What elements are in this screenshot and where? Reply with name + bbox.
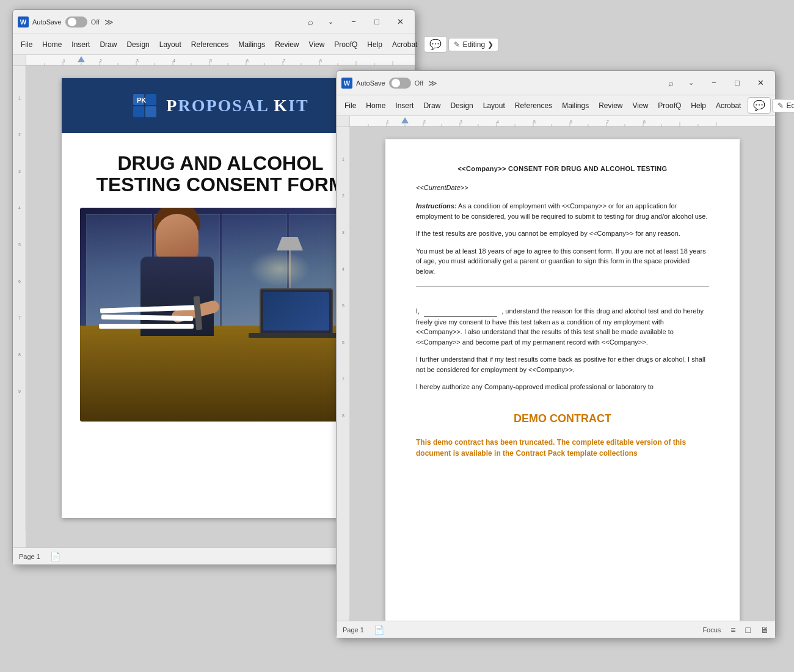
close-button-2[interactable]: ✕ (751, 75, 770, 92)
ribbon-expand-icon-1[interactable]: ⌄ (321, 13, 340, 31)
pencil-icon-2: ✎ (778, 101, 784, 110)
menu-acrobat-2[interactable]: Acrobat (712, 100, 745, 112)
content-doc-title: <<Company>> CONSENT FOR DRUG AND ALCOHOL… (416, 164, 709, 174)
menu-ref-2[interactable]: References (511, 100, 556, 112)
doc-area-2: 1 2 3 4 5 6 7 8 <<Company>> CONSENT FOR … (337, 127, 775, 621)
menu-file-2[interactable]: File (340, 100, 360, 112)
content-instructions: Instructions: As a condition of employme… (416, 201, 709, 221)
autosave-label-2: AutoSave (356, 79, 385, 87)
minimize-button-2[interactable]: − (704, 75, 724, 92)
editing-label-1: Editing (462, 40, 485, 49)
doc-scroll-2[interactable]: <<Company>> CONSENT FOR DRUG AND ALCOHOL… (350, 127, 775, 621)
comment-button-2[interactable]: 💬 (748, 97, 771, 114)
menu-help-1[interactable]: Help (363, 38, 387, 51)
menu-file-1[interactable]: File (16, 38, 37, 51)
svg-text:4: 4 (497, 120, 499, 124)
menu-insert-1[interactable]: Insert (67, 38, 94, 51)
minimize-button-1[interactable]: − (344, 13, 363, 31)
read-mode-icon-2[interactable]: ≡ (730, 625, 735, 635)
svg-text:5: 5 (342, 304, 344, 308)
ruler-1: 1 2 3 4 5 6 7 8 (13, 55, 415, 66)
content-para3: I further understand that if my test res… (416, 354, 709, 374)
menu-layout-2[interactable]: Layout (479, 100, 509, 112)
page-layout-icon-1[interactable]: 📄 (50, 552, 60, 561)
menu-help-2[interactable]: Help (687, 100, 710, 112)
focus-label-2[interactable]: Focus (702, 626, 721, 634)
menu-home-1[interactable]: Home (38, 38, 66, 51)
menu-design-1[interactable]: Design (122, 38, 153, 51)
content-consent: I, , understand the reason for this drug… (416, 306, 709, 347)
ribbon-expand-icon-2[interactable]: ⌄ (681, 75, 701, 92)
menu-proofq-2[interactable]: ProofQ (654, 100, 685, 112)
menu-draw-1[interactable]: Draw (95, 38, 121, 51)
word-icon-1: W (18, 16, 29, 27)
instructions-text: As a condition of employment with <<Comp… (416, 202, 708, 220)
autosave-toggle-1[interactable] (65, 16, 87, 27)
menu-layout-1[interactable]: Layout (155, 38, 186, 51)
close-button-1[interactable]: ✕ (390, 13, 410, 31)
svg-text:7: 7 (342, 377, 344, 381)
content-para4: I hereby authorize any Company-approved … (416, 382, 709, 392)
svg-text:1: 1 (342, 157, 344, 161)
maximize-button-2[interactable]: □ (727, 75, 747, 92)
svg-text:8: 8 (319, 59, 322, 63)
page-layout-icon-2[interactable]: 📄 (374, 625, 384, 635)
menu-ref-1[interactable]: References (187, 38, 233, 51)
status-bar-2: Page 1 📄 Focus ≡ □ 🖥 (337, 621, 775, 638)
svg-text:9: 9 (18, 389, 21, 393)
svg-text:4: 4 (342, 267, 344, 271)
svg-text:2: 2 (342, 194, 344, 198)
maximize-button-1[interactable]: □ (367, 13, 387, 31)
menu-acrobat-1[interactable]: Acrobat (388, 38, 421, 51)
svg-text:2: 2 (100, 59, 102, 63)
search-icon-1[interactable]: ⌕ (304, 10, 317, 34)
print-layout-icon-2[interactable]: □ (746, 625, 751, 635)
title-bar-2: W AutoSave Off ≫ ⌕ ⌄ − □ ✕ (337, 71, 775, 95)
menu-review-2[interactable]: Review (594, 100, 627, 112)
page-indicator-1: Page 1 (19, 553, 40, 560)
editing-button-1[interactable]: ✎ Editing ❯ (448, 38, 499, 51)
menu-insert-2[interactable]: Insert (391, 100, 418, 112)
menu-view-1[interactable]: View (305, 38, 329, 51)
menu-mail-2[interactable]: Mailings (558, 100, 593, 112)
brand-title: PROPOSAL KIT (166, 96, 308, 115)
editing-button-2[interactable]: ✎ Editing ❯ (772, 99, 794, 112)
svg-text:6: 6 (342, 340, 344, 345)
ruler-2: 1 2 3 4 5 6 7 8 (337, 116, 775, 127)
svg-text:2: 2 (18, 133, 21, 137)
page-indicator-2: Page 1 (343, 626, 364, 634)
menu-view-2[interactable]: View (628, 100, 653, 112)
menu-draw-2[interactable]: Draw (419, 100, 445, 112)
content-para2: You must be at least 18 years of age to … (416, 246, 709, 277)
cover-page: PK PROPOSAL KIT DRUG AND ALCOHOL TESTING… (62, 78, 379, 518)
menu-mail-1[interactable]: Mailings (234, 38, 269, 51)
autosave-toggle-2[interactable] (389, 78, 411, 89)
menu-home-2[interactable]: Home (362, 100, 390, 112)
svg-text:4: 4 (173, 59, 175, 63)
svg-text:1: 1 (63, 59, 65, 63)
demo-section: DEMO CONTRACT This demo contract has bee… (416, 411, 709, 459)
menu-bar-1: File Home Insert Draw Design Layout Refe… (13, 34, 415, 55)
cover-header: PK PROPOSAL KIT (62, 78, 379, 133)
svg-rect-76 (337, 127, 350, 616)
svg-text:8: 8 (18, 352, 21, 357)
svg-text:4: 4 (18, 206, 21, 210)
comment-button-1[interactable]: 💬 (424, 36, 447, 53)
menu-proofq-1[interactable]: ProofQ (330, 38, 362, 51)
svg-text:2: 2 (423, 120, 426, 124)
svg-text:7: 7 (606, 120, 609, 124)
cover-title: DRUG AND ALCOHOL TESTING CONSENT FORM (74, 153, 367, 195)
pencil-icon-1: ✎ (454, 40, 460, 49)
svg-rect-42 (145, 94, 156, 105)
menu-review-1[interactable]: Review (271, 38, 303, 51)
search-icon-2[interactable]: ⌕ (665, 78, 677, 88)
more-options-icon-2[interactable]: ≫ (428, 78, 437, 88)
menu-design-2[interactable]: Design (446, 100, 477, 112)
cover-heading-2: TESTING CONSENT FORM (74, 174, 367, 195)
title-bar-1: W AutoSave Off ≫ ⌕ ⌄ − □ ✕ (13, 10, 415, 34)
web-layout-icon-2[interactable]: 🖥 (760, 625, 769, 635)
more-options-icon-1[interactable]: ≫ (104, 17, 114, 27)
toggle-state-2: Off (415, 79, 423, 87)
proposal-kit-logo: PROPOSAL KIT (166, 96, 308, 115)
demo-title: DEMO CONTRACT (416, 411, 709, 427)
